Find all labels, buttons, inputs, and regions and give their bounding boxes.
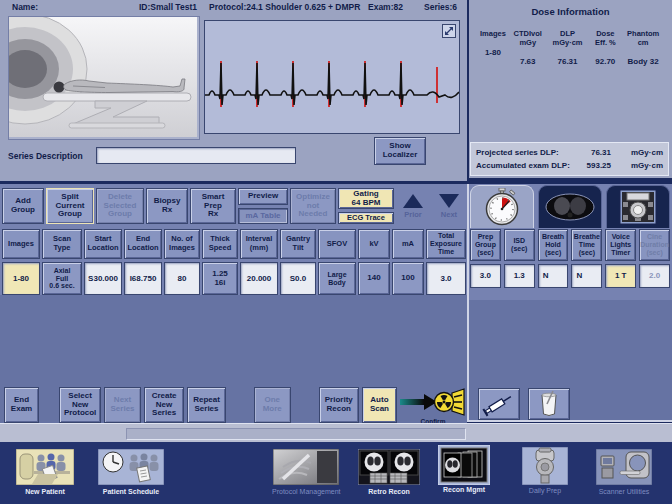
taskbar-item-protocol-management[interactable]: Protocol Management xyxy=(272,448,340,495)
column-voice-lights-timer: Voice Lights Timer 1 T xyxy=(605,229,636,288)
timing-tabs xyxy=(470,185,670,228)
desktop-taskbar: New Patient Patient Schedule xyxy=(0,442,672,504)
add-group-button[interactable]: Add Group xyxy=(2,188,44,224)
expand-icon[interactable] xyxy=(442,24,456,38)
biopsy-rx-button[interactable]: Biopsy Rx xyxy=(146,188,188,224)
images-cell[interactable]: 1-80 xyxy=(2,262,40,295)
column-end-location: End Location I68.750 xyxy=(124,229,162,295)
gantry-tilt-cell[interactable]: S0.0 xyxy=(280,262,316,295)
taskbar-item-recon-mgmt[interactable]: Recon Mgmt xyxy=(438,446,490,493)
taskbar-item-new-patient[interactable]: New Patient xyxy=(16,448,74,495)
triangle-down-icon xyxy=(439,194,459,208)
create-new-series-button[interactable]: Create New Series xyxy=(144,387,184,423)
no-of-images-cell[interactable]: 80 xyxy=(164,262,200,295)
voice-lights-timer-cell[interactable]: 1 T xyxy=(605,264,636,288)
column-ma: mA 100 xyxy=(392,229,424,295)
total-exposure-time-cell[interactable]: 3.0 xyxy=(426,262,466,295)
column-scan-type: Scan Type Axial Full 0.6 sec. xyxy=(42,229,82,295)
column-sfov: SFOV Large Body xyxy=(318,229,356,295)
select-new-protocol-button[interactable]: Select New Protocol xyxy=(59,387,101,423)
kv-cell[interactable]: 140 xyxy=(358,262,390,295)
ecg-trace-panel xyxy=(204,20,460,134)
message-area xyxy=(126,428,466,440)
patient-position-image xyxy=(8,16,200,140)
end-exam-button[interactable]: End Exam xyxy=(4,387,39,423)
preview-button[interactable]: Preview xyxy=(238,188,288,205)
optimize-not-needed-button[interactable]: Optimize not Needed xyxy=(290,188,336,224)
gating-bpm-button[interactable]: Gating 64 BPM xyxy=(338,188,394,209)
end-location-cell[interactable]: I68.750 xyxy=(124,262,162,295)
taskbar-item-patient-schedule[interactable]: Patient Schedule xyxy=(98,448,164,495)
exam-actions-toolbar: End Exam Select New Protocol Next Series… xyxy=(4,387,466,423)
column-prep-group: Prep Group (sec) 3.0 xyxy=(470,229,501,288)
delete-selected-group-button[interactable]: Delete Selected Group xyxy=(96,188,144,224)
breath-hold-cell[interactable]: N xyxy=(538,264,569,288)
column-breath-hold: Breath Hold (sec) N xyxy=(538,229,569,288)
column-breathe-time: Breathe Time (sec) N xyxy=(571,229,602,288)
taskbar-item-daily-prep[interactable]: Daily Prep xyxy=(522,447,568,494)
col-header: Voice Lights Timer xyxy=(605,229,636,261)
tab-timing[interactable] xyxy=(470,185,534,228)
show-localizer-button[interactable]: Show Localizer xyxy=(374,137,426,165)
column-isd: ISD (sec) 1.3 xyxy=(504,229,535,288)
taskbar-label: Scanner Utilities xyxy=(599,488,650,495)
protocol-label: Protocol:24.1 Shoulder 0.625 + DMPR xyxy=(209,2,360,12)
column-total-exposure-time: Total Exposure Time 3.0 xyxy=(426,229,466,295)
dose-col-header: Images xyxy=(480,29,506,38)
timing-parameters-table: Prep Group (sec) 3.0 ISD (sec) 1.3 Breat… xyxy=(470,229,670,288)
col-header: Images xyxy=(2,229,40,259)
accumulated-dlp-value: 593.25 xyxy=(571,161,611,170)
dose-col-header: Dose Eff. % xyxy=(595,29,616,47)
scanner-utilities-icon xyxy=(596,448,652,486)
confirm-scan-button[interactable]: Confirm xyxy=(400,387,466,425)
sfov-cell[interactable]: Large Body xyxy=(318,262,356,295)
accumulated-dlp-unit: mGy·cm xyxy=(611,161,663,170)
taskbar-item-retro-recon[interactable]: Retro Recon xyxy=(358,448,420,495)
prep-group-cell[interactable]: 3.0 xyxy=(470,264,501,288)
split-current-group-button[interactable]: Split Current Group xyxy=(46,188,94,224)
repeat-series-button[interactable]: Repeat Series xyxy=(187,387,226,423)
start-location-cell[interactable]: S30.000 xyxy=(84,262,122,295)
dose-value: 7.63 xyxy=(520,57,536,66)
priority-recon-button[interactable]: Priority Recon xyxy=(319,387,359,423)
series-description-input[interactable] xyxy=(96,147,296,164)
col-header: Breathe Time (sec) xyxy=(571,229,602,261)
smart-prep-rx-button[interactable]: Smart Prep Rx xyxy=(190,188,236,224)
tab-camera[interactable] xyxy=(606,185,670,228)
next-group-button[interactable]: Next xyxy=(432,188,466,224)
dose-col-header: DLP mGy·cm xyxy=(553,29,583,47)
dose-information-title: Dose Information xyxy=(469,6,672,17)
oral-contrast-button[interactable] xyxy=(528,388,570,420)
radiation-confirm-icon xyxy=(400,387,466,417)
one-more-button[interactable]: One More xyxy=(254,387,291,423)
daily-prep-icon xyxy=(522,447,568,485)
ecg-trace-button[interactable]: ECG Trace xyxy=(338,212,394,224)
column-thick-speed: Thick Speed 1.25 16i xyxy=(202,229,238,295)
col-header: ISD (sec) xyxy=(504,229,535,261)
thick-speed-cell[interactable]: 1.25 16i xyxy=(202,262,238,295)
auto-scan-button[interactable]: Auto Scan xyxy=(362,387,397,423)
dose-value: 1-80 xyxy=(485,48,501,57)
series-number: Series:6 xyxy=(424,2,457,12)
cine-duration-cell[interactable]: 2.0 xyxy=(639,264,670,288)
scan-type-cell[interactable]: Axial Full 0.6 sec. xyxy=(42,262,82,295)
interval-cell[interactable]: 20.000 xyxy=(240,262,278,295)
projected-series-dlp-row: Projected series DLP: 76.31 mGy·cm xyxy=(471,148,668,157)
ma-cell[interactable]: 100 xyxy=(392,262,424,295)
prior-group-button[interactable]: Prior xyxy=(396,188,430,224)
injector-button[interactable] xyxy=(478,388,520,420)
tab-anatomy[interactable] xyxy=(538,185,602,228)
taskbar-label: Recon Mgmt xyxy=(443,486,485,493)
breathe-time-cell[interactable]: N xyxy=(571,264,602,288)
isd-cell[interactable]: 1.3 xyxy=(504,264,535,288)
new-patient-icon xyxy=(16,448,74,486)
next-series-button[interactable]: Next Series xyxy=(104,387,141,423)
patient-schedule-icon xyxy=(98,448,164,486)
ma-table-button[interactable]: mA Table xyxy=(238,208,288,224)
syringe-icon xyxy=(482,391,516,417)
exam-number: Exam:82 xyxy=(368,2,403,12)
col-header: Cine Duration (sec) xyxy=(639,229,670,261)
lungs-icon xyxy=(543,192,597,222)
taskbar-item-scanner-utilities[interactable]: Scanner Utilities xyxy=(596,448,652,495)
dose-value: 92.70 xyxy=(595,57,615,66)
